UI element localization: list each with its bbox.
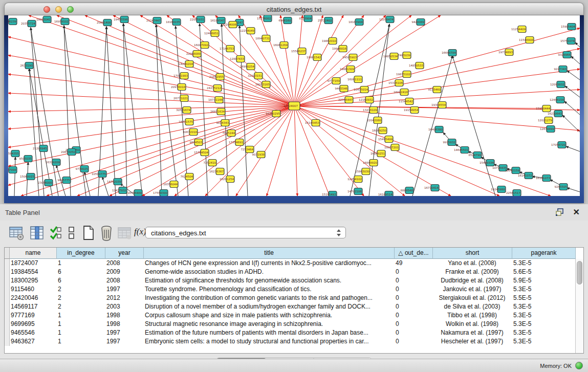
column-settings-icon[interactable]	[8, 225, 25, 241]
table-cell[interactable]: Wolkin et al. (1998)	[433, 320, 512, 329]
graph-edge[interactable]	[294, 106, 547, 108]
column-header[interactable]: short	[433, 248, 512, 259]
table-cell[interactable]: 0	[395, 276, 433, 285]
table-cell[interactable]: Estimation of the future numbers of pati…	[144, 329, 395, 337]
table-cell[interactable]: 9115460	[10, 285, 57, 294]
table-cell[interactable]: 18300295	[10, 276, 57, 285]
graph-edge[interactable]	[31, 28, 58, 196]
graph-edge[interactable]	[566, 146, 580, 151]
table-cell[interactable]: 1997	[105, 285, 144, 294]
table-cell[interactable]: 14569117	[10, 302, 57, 311]
table-cell[interactable]: 2008	[105, 276, 144, 285]
table-cell[interactable]: 2008	[105, 259, 144, 268]
table-cell[interactable]: 9777169	[10, 311, 57, 320]
table-row[interactable]: 1872400712008Changes of HCN gene express…	[5, 259, 575, 268]
table-cell[interactable]: 0	[395, 285, 433, 294]
float-window-icon[interactable]	[555, 208, 564, 216]
graph-edge[interactable]	[567, 188, 580, 192]
table-cell[interactable]: 9699695	[10, 320, 57, 329]
table-cell[interactable]: 2	[57, 285, 105, 294]
table-cell[interactable]: 0	[395, 302, 433, 311]
select-rows-icon[interactable]	[49, 225, 62, 241]
window-titlebar[interactable]: citations_edges.txt	[4, 3, 584, 15]
table-cell[interactable]: 2	[57, 302, 105, 311]
table-vertical-scrollbar[interactable]	[575, 259, 583, 353]
column-header[interactable]: title	[144, 248, 395, 259]
table-cell[interactable]: 5.5E-5	[512, 294, 575, 302]
table-cell[interactable]: 5.3E-5	[512, 285, 575, 294]
table-cell[interactable]: 6	[57, 276, 105, 285]
column-header[interactable]: name	[10, 248, 57, 259]
graph-edge[interactable]	[294, 106, 405, 196]
graph-edge[interactable]	[8, 93, 294, 106]
row-layout-icon[interactable]	[66, 225, 77, 241]
table-cell[interactable]: 2012	[105, 294, 144, 302]
graph-edge[interactable]	[294, 106, 297, 196]
graph-edge[interactable]	[14, 157, 15, 196]
graph-edge[interactable]	[294, 106, 330, 196]
table-cell[interactable]: 0	[395, 320, 433, 329]
table-cell[interactable]: Disruption of a novel member of a sodium…	[144, 302, 395, 311]
table-cell[interactable]: Genome-wide association studies in ADHD.	[144, 268, 395, 276]
table-row[interactable]: 2242004622012Investigating the contribut…	[5, 294, 575, 302]
table-row[interactable]: 946554611997Estimation of the future num…	[5, 329, 575, 337]
graph-edge[interactable]	[294, 106, 364, 196]
table-row[interactable]: 946362711997Embryonic stem cells: a mode…	[5, 337, 575, 346]
graph-edge[interactable]	[8, 106, 294, 166]
table-cell[interactable]: 5.3E-5	[512, 259, 575, 268]
graph-edge[interactable]	[564, 101, 580, 115]
table-cell[interactable]: 2009	[105, 268, 144, 276]
table-cell[interactable]: 9465546	[10, 329, 57, 337]
table-cell[interactable]: 0	[395, 337, 433, 346]
table-cell[interactable]: Structural magnetic resonance image aver…	[144, 320, 395, 329]
table-cell[interactable]: 2	[57, 294, 105, 302]
network-canvas[interactable]: 2304623920355724180030411695910220891406…	[8, 15, 580, 196]
table-cell[interactable]: Tourette syndrome. Phenomenology and cla…	[144, 285, 395, 294]
graph-edge[interactable]	[113, 15, 294, 106]
table-cell[interactable]: 1998	[105, 320, 144, 329]
table-cell[interactable]: 1	[57, 337, 105, 346]
table-cell[interactable]: 1	[57, 311, 105, 320]
table-cell[interactable]: 5.3E-5	[512, 302, 575, 311]
table-cell[interactable]: Embryonic stem cells: a model to study s…	[144, 337, 395, 346]
new-column-icon[interactable]	[80, 225, 96, 241]
table-cell[interactable]: Investigating the contribution of common…	[144, 294, 395, 302]
scrollbar-thumb[interactable]	[577, 261, 582, 285]
table-cell[interactable]: 22420046	[10, 294, 57, 302]
table-cell[interactable]: Tibbo et al. (1998)	[433, 311, 512, 320]
table-row[interactable]: 1456911722003Disruption of a novel membe…	[5, 302, 575, 311]
table-cell[interactable]: Estimation of significance thresholds fo…	[144, 276, 395, 285]
table-cell[interactable]: 0	[395, 294, 433, 302]
graph-edge[interactable]	[8, 74, 294, 106]
table-cell[interactable]: 19384554	[10, 268, 57, 276]
table-cell[interactable]: 5.3E-5	[512, 329, 575, 337]
graph-edge[interactable]	[267, 106, 294, 196]
table-cell[interactable]: 5.3E-5	[512, 320, 575, 329]
table-cell[interactable]: Stergiakouli et al. (2012)	[433, 294, 512, 302]
graph-edge[interactable]	[567, 71, 580, 80]
table-cell[interactable]: 5.6E-5	[512, 268, 575, 276]
graph-edge[interactable]	[294, 106, 551, 196]
graph-edge[interactable]	[571, 56, 580, 64]
table-cell[interactable]: 5.3E-5	[512, 311, 575, 320]
column-header[interactable]: year	[105, 248, 144, 259]
graph-edge[interactable]	[8, 106, 294, 129]
graph-edge[interactable]	[8, 37, 294, 106]
table-cell[interactable]: Corpus callosum shape and size in male p…	[144, 311, 395, 320]
table-selector-dropdown[interactable]: citations_edges.txt	[145, 227, 346, 238]
table-cell[interactable]: 1997	[105, 337, 144, 346]
table-cell[interactable]: Changes of HCN gene expression and I(f) …	[144, 259, 395, 268]
graph-edge[interactable]	[294, 15, 386, 106]
graph-edge[interactable]	[8, 106, 294, 112]
graph-edge[interactable]	[200, 24, 208, 196]
table-row[interactable]: 969969511998Structural magnetic resonanc…	[5, 320, 575, 329]
table-row[interactable]: 911546021997Tourette syndrome. Phenomeno…	[5, 285, 575, 294]
table-cell[interactable]: 1	[57, 320, 105, 329]
table-cell[interactable]: 0	[395, 311, 433, 320]
graph-edge[interactable]	[294, 28, 580, 106]
table-cell[interactable]: 49	[395, 259, 433, 268]
graph-edge[interactable]	[412, 56, 452, 196]
network-graph[interactable]: 2304623920355724180030411695910220891406…	[8, 15, 580, 196]
table-cell[interactable]: de Silva et al. (2003)	[433, 302, 512, 311]
table-cell[interactable]: Dudbridge et al. (2008)	[433, 276, 512, 285]
